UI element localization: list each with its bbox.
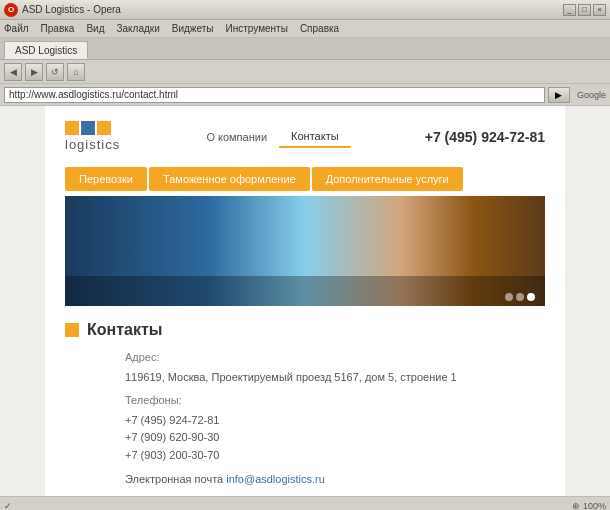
contacts-section: Контакты Адрес: 119619, Москва, Проектир… — [45, 306, 565, 496]
menu-edit[interactable]: Правка — [41, 23, 75, 34]
status-text: ✓ — [4, 501, 12, 511]
go-button[interactable]: ▶ — [548, 87, 570, 103]
tab-asd-logistics[interactable]: ASD Logistics — [4, 41, 88, 59]
address-value: 119619, Москва, Проектируемый проезд 516… — [125, 369, 545, 387]
email-label: Электронная почта — [125, 473, 223, 485]
nav-about[interactable]: О компании — [194, 127, 279, 147]
status-left: ✓ — [4, 501, 12, 511]
window-controls: _ □ × — [563, 4, 606, 16]
logo-squares — [65, 121, 111, 135]
tab-bar: ASD Logistics — [0, 38, 610, 60]
icq-row: Номер ICQ: 452678281 — [125, 494, 545, 496]
browser-title: ASD Logistics - Opera — [22, 4, 121, 15]
phone-number: +7 (495) 924-72-81 — [425, 129, 545, 145]
phone-3: +7 (903) 200-30-70 — [125, 447, 545, 465]
logo-sq-blue — [81, 121, 95, 135]
hero-image — [65, 196, 545, 306]
logo-sq-orange1 — [65, 121, 79, 135]
reload-button[interactable]: ↺ — [46, 63, 64, 81]
menu-file[interactable]: Файл — [4, 23, 29, 34]
hero-dot-2[interactable] — [516, 293, 524, 301]
menu-help[interactable]: Справка — [300, 23, 339, 34]
browser-chrome: O ASD Logistics - Opera _ □ × Файл Правк… — [0, 0, 610, 106]
webpage: logistics О компании Контакты +7 (495) 9… — [0, 106, 610, 496]
phones-label: Телефоны: — [125, 392, 545, 410]
hero-dot-1[interactable] — [505, 293, 513, 301]
back-button[interactable]: ◀ — [4, 63, 22, 81]
phone-1: +7 (495) 924-72-81 — [125, 412, 545, 430]
search-label: Google — [577, 90, 606, 100]
menu-view[interactable]: Вид — [86, 23, 104, 34]
title-bar: O ASD Logistics - Opera _ □ × — [0, 0, 610, 20]
phone-2: +7 (909) 620-90-30 — [125, 429, 545, 447]
logo-text: logistics — [65, 137, 120, 152]
hero-dots — [505, 293, 535, 301]
btn-transport[interactable]: Перевозки — [65, 167, 147, 191]
icq-label: Номер ICQ: — [125, 494, 185, 496]
menu-tools[interactable]: Инструменты — [226, 23, 288, 34]
section-indicator — [65, 323, 79, 337]
orange-nav: Перевозки Таможенное оформление Дополнит… — [45, 162, 565, 196]
icq-number[interactable]: 452678281 — [205, 494, 260, 496]
status-bar: ✓ ⊕ 100% — [0, 496, 610, 510]
title-bar-left: O ASD Logistics - Opera — [4, 3, 121, 17]
menu-bar: Файл Правка Вид Закладки Виджеты Инструм… — [0, 20, 610, 38]
zoom-level: ⊕ 100% — [572, 501, 606, 511]
logo-sq-orange2 — [97, 121, 111, 135]
home-button[interactable]: ⌂ — [67, 63, 85, 81]
tab-label: ASD Logistics — [15, 45, 77, 56]
email-link[interactable]: info@asdlogistics.ru — [226, 473, 325, 485]
hero-dot-3[interactable] — [527, 293, 535, 301]
close-button[interactable]: × — [593, 4, 606, 16]
address-bar: ▶ Google — [0, 84, 610, 106]
minimize-button[interactable]: _ — [563, 4, 576, 16]
maximize-button[interactable]: □ — [578, 4, 591, 16]
email-row: Электронная почта info@asdlogistics.ru — [125, 471, 545, 489]
menu-widgets[interactable]: Виджеты — [172, 23, 214, 34]
forward-button[interactable]: ▶ — [25, 63, 43, 81]
toolbar: ◀ ▶ ↺ ⌂ — [0, 60, 610, 84]
logo-area: logistics — [65, 121, 120, 152]
nav-contacts[interactable]: Контакты — [279, 126, 351, 148]
page-inner: logistics О компании Контакты +7 (495) 9… — [45, 106, 565, 496]
section-title: Контакты — [87, 321, 162, 339]
site-header: logistics О компании Контакты +7 (495) 9… — [45, 106, 565, 162]
btn-customs[interactable]: Таможенное оформление — [149, 167, 310, 191]
opera-icon: O — [4, 3, 18, 17]
site-nav: О компании Контакты — [194, 126, 350, 148]
menu-bookmarks[interactable]: Закладки — [116, 23, 159, 34]
address-input[interactable] — [4, 87, 545, 103]
address-label: Адрес: — [125, 349, 545, 367]
status-right: ⊕ 100% — [572, 501, 606, 511]
contact-content: Адрес: 119619, Москва, Проектируемый про… — [65, 349, 545, 496]
btn-additional[interactable]: Дополнительные услуги — [312, 167, 463, 191]
section-title-row: Контакты — [65, 321, 545, 339]
